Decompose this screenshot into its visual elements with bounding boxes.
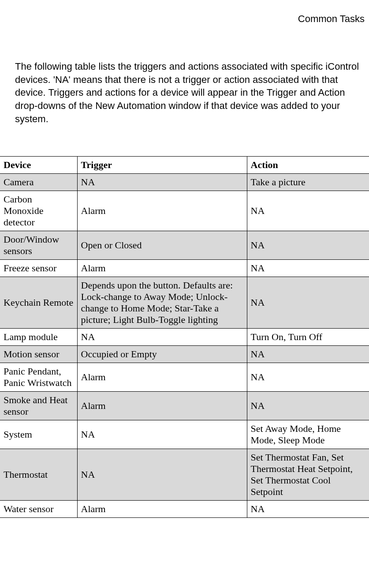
cell-device: Keychain Remote (0, 277, 77, 329)
table-row: Freeze sensorAlarmNA (0, 260, 369, 277)
cell-action: Turn On, Turn Off (247, 329, 369, 346)
table-header-device: Device (0, 157, 77, 174)
cell-action: NA (247, 392, 369, 420)
table-row: ThermostatNASet Thermostat Fan, Set Ther… (0, 449, 369, 501)
document-page: Common Tasks The following table lists t… (0, 0, 369, 518)
cell-trigger: Alarm (77, 191, 247, 231)
table-row: SystemNASet Away Mode, Home Mode, Sleep … (0, 420, 369, 449)
cell-action: Set Thermostat Fan, Set Thermostat Heat … (247, 449, 369, 501)
table-row: Keychain RemoteDepends upon the button. … (0, 277, 369, 329)
table-header-row: Device Trigger Action (0, 157, 369, 174)
table-row: Lamp moduleNATurn On, Turn Off (0, 329, 369, 346)
cell-device: Smoke and Heat sensor (0, 392, 77, 420)
cell-action: NA (247, 260, 369, 277)
table-header-trigger: Trigger (77, 157, 247, 174)
table-row: Door/Window sensorsOpen or ClosedNA (0, 231, 369, 260)
cell-trigger: Alarm (77, 501, 247, 518)
cell-trigger: NA (77, 174, 247, 191)
table-row: Smoke and Heat sensorAlarmNA (0, 392, 369, 420)
cell-trigger: Alarm (77, 392, 247, 420)
table-row: Carbon Monoxide detectorAlarmNA (0, 191, 369, 231)
cell-action: Take a picture (247, 174, 369, 191)
cell-trigger: Depends upon the button. Defaults are: L… (77, 277, 247, 329)
cell-device: Panic Pendant, Panic Wristwatch (0, 363, 77, 392)
cell-device: Carbon Monoxide detector (0, 191, 77, 231)
cell-trigger: Occupied or Empty (77, 346, 247, 363)
table-body: CameraNATake a pictureCarbon Monoxide de… (0, 174, 369, 518)
cell-device: Freeze sensor (0, 260, 77, 277)
table-row: CameraNATake a picture (0, 174, 369, 191)
table-row: Motion sensorOccupied or EmptyNA (0, 346, 369, 363)
cell-trigger: NA (77, 329, 247, 346)
cell-device: System (0, 420, 77, 449)
cell-device: Motion sensor (0, 346, 77, 363)
cell-trigger: Alarm (77, 363, 247, 392)
cell-action: NA (247, 363, 369, 392)
cell-trigger: Open or Closed (77, 231, 247, 260)
cell-trigger: NA (77, 420, 247, 449)
cell-action: NA (247, 191, 369, 231)
table-row: Panic Pendant, Panic WristwatchAlarmNA (0, 363, 369, 392)
cell-action: NA (247, 346, 369, 363)
cell-device: Thermostat (0, 449, 77, 501)
cell-action: NA (247, 277, 369, 329)
cell-trigger: Alarm (77, 260, 247, 277)
table-row: Water sensorAlarmNA (0, 501, 369, 518)
device-trigger-action-table: Device Trigger Action CameraNATake a pic… (0, 156, 369, 518)
table-header-action: Action (247, 157, 369, 174)
cell-action: Set Away Mode, Home Mode, Sleep Mode (247, 420, 369, 449)
cell-action: NA (247, 501, 369, 518)
cell-action: NA (247, 231, 369, 260)
cell-device: Water sensor (0, 501, 77, 518)
cell-device: Camera (0, 174, 77, 191)
intro-paragraph: The following table lists the triggers a… (0, 60, 369, 125)
cell-device: Door/Window sensors (0, 231, 77, 260)
cell-device: Lamp module (0, 329, 77, 346)
page-header-title: Common Tasks (0, 13, 369, 25)
cell-trigger: NA (77, 449, 247, 501)
